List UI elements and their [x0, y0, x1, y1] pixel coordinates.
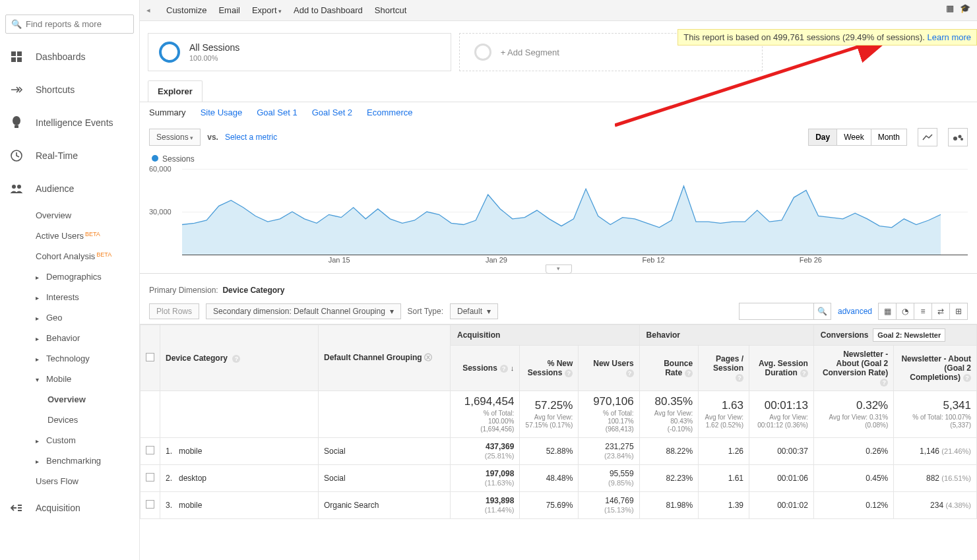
sidebar-item-interests[interactable]: Interests: [36, 287, 139, 307]
sidebar-item-demographics[interactable]: Demographics: [36, 266, 139, 287]
sampling-notice: This report is based on 499,761 sessions…: [678, 29, 977, 46]
topbar-customize[interactable]: Customize: [166, 5, 206, 15]
topbar: ◂ CustomizeEmailExportAdd to DashboardSh…: [140, 0, 977, 21]
sidebar-item-benchmarking[interactable]: Benchmarking: [36, 451, 139, 471]
svg-point-11: [959, 135, 962, 139]
chart-type-line-icon[interactable]: [918, 128, 937, 146]
advanced-filter-link[interactable]: advanced: [838, 307, 872, 316]
nav-acquisition[interactable]: Acquisition: [0, 491, 139, 524]
view-pie-icon[interactable]: ◔: [896, 303, 914, 320]
sort-arrow-icon[interactable]: ↓: [511, 364, 515, 372]
topbar-add-to-dashboard[interactable]: Add to Dashboard: [294, 5, 363, 15]
xtick: Feb 12: [642, 256, 664, 264]
subtab-site-usage[interactable]: Site Usage: [201, 108, 243, 117]
table-row[interactable]: 3. mobileOrganic Search193,898 (11.44%)7…: [141, 492, 977, 519]
main-area: ◂ CustomizeEmailExportAdd to DashboardSh…: [140, 0, 977, 560]
chart-type-motion-icon[interactable]: [948, 128, 968, 146]
legend-dot-icon: [152, 155, 158, 162]
legend-label: Sessions: [162, 154, 195, 164]
nav-shortcuts[interactable]: Shortcuts: [0, 73, 139, 106]
row-checkbox[interactable]: [146, 473, 154, 482]
select-metric-link[interactable]: Select a metric: [225, 133, 277, 142]
nav-audience[interactable]: Audience: [0, 172, 139, 205]
nav-label: Shortcuts: [36, 84, 75, 95]
clock-icon: [9, 148, 24, 163]
chart-area: Sessions 60,00030,000 Jan 15Jan 29Feb 12…: [140, 152, 977, 274]
nav-intelligence-events[interactable]: Intelligence Events: [0, 106, 139, 139]
chart-resize-handle[interactable]: ▾: [546, 264, 572, 274]
secondary-dim-select[interactable]: Secondary dimension: Default Channel Gro…: [206, 303, 401, 319]
svg-point-7: [12, 185, 16, 189]
graduation-icon[interactable]: 🎓: [960, 3, 970, 13]
nav-label: Dashboards: [36, 51, 86, 62]
notice-text: This report is based on 499,761 sessions…: [683, 32, 927, 42]
nav-dashboards[interactable]: Dashboards: [0, 40, 139, 73]
data-table: Device Category ?Default Channel Groupin…: [140, 325, 977, 519]
sidebar-item-active-users[interactable]: Active UsersBETA: [36, 226, 139, 246]
view-pivot-icon[interactable]: ⊞: [949, 303, 968, 320]
subtab-ecommerce[interactable]: Ecommerce: [367, 108, 412, 117]
apps-grid-icon[interactable]: ▦: [946, 3, 953, 13]
svg-rect-2: [11, 57, 16, 62]
segment-ghost-icon: [474, 44, 491, 61]
nav-real-time[interactable]: Real-Time: [0, 139, 139, 172]
view-table-icon[interactable]: ▦: [878, 303, 897, 320]
acquisition-icon: [9, 501, 24, 515]
sessions-chart[interactable]: 60,00030,000: [149, 169, 968, 255]
primary-metric-select[interactable]: Sessions: [149, 129, 201, 146]
time-week[interactable]: Week: [836, 129, 871, 146]
view-performance-icon[interactable]: ≡: [914, 303, 932, 320]
table-view-buttons: ▦ ◔ ≡ ⇄ ⊞: [879, 303, 968, 320]
subtab-goal-set-1[interactable]: Goal Set 1: [257, 108, 297, 117]
search-icon: 🔍: [11, 19, 22, 29]
sort-type-select[interactable]: Default ▾: [450, 303, 498, 319]
search-input[interactable]: [26, 19, 128, 29]
topbar-shortcut[interactable]: Shortcut: [375, 5, 406, 15]
table-row[interactable]: 2. desktopSocial197,098 (11.63%)48.48%95…: [141, 465, 977, 492]
shortcut-icon: [9, 82, 24, 97]
time-month[interactable]: Month: [871, 129, 907, 146]
subtab-summary[interactable]: Summary: [149, 108, 186, 117]
sidebar-item-cohort-analysis[interactable]: Cohort AnalysisBETA: [36, 246, 139, 266]
sidebar-item-users-flow[interactable]: Users Flow: [36, 471, 139, 491]
learn-more-link[interactable]: Learn more: [928, 32, 971, 42]
chart-controls: Sessions vs. Select a metric DayWeekMont…: [140, 123, 977, 152]
primary-dim-value[interactable]: Device Category: [222, 286, 284, 295]
topbar-export[interactable]: Export: [252, 5, 282, 15]
collapse-sidebar-icon[interactable]: ◂: [146, 6, 150, 15]
segment-all-sessions[interactable]: All Sessions 100.00%: [148, 33, 451, 71]
xtick: Jan 29: [486, 256, 507, 264]
audience-icon: [9, 181, 24, 196]
select-all-checkbox[interactable]: [146, 353, 154, 361]
subtabs: SummarySite UsageGoal Set 1Goal Set 2Eco…: [140, 102, 977, 123]
topbar-email[interactable]: Email: [218, 5, 240, 15]
sidebar-item-technology[interactable]: Technology: [36, 348, 139, 369]
segment-subtitle: 100.00%: [189, 54, 239, 62]
nav-label: Real-Time: [36, 150, 78, 161]
segment-title: All Sessions: [189, 42, 239, 53]
view-comparison-icon[interactable]: ⇄: [931, 303, 950, 320]
time-day[interactable]: Day: [808, 129, 837, 146]
sidebar-item-overview[interactable]: Overview: [36, 389, 139, 410]
help-icon[interactable]: ?: [232, 355, 240, 363]
sidebar-item-custom[interactable]: Custom: [36, 430, 139, 451]
remove-dim-icon[interactable]: ⓧ: [424, 353, 432, 362]
explorer-tab-container: Explorer: [148, 80, 977, 102]
goal-select[interactable]: Goal 2: Newsletter: [873, 328, 945, 342]
plot-rows-button[interactable]: Plot Rows: [149, 303, 199, 319]
row-checkbox[interactable]: [146, 446, 154, 454]
table-search[interactable]: 🔍: [739, 303, 831, 320]
svg-point-10: [953, 137, 957, 140]
sidebar-item-behavior[interactable]: Behavior: [36, 328, 139, 348]
subtab-goal-set-2[interactable]: Goal Set 2: [312, 108, 352, 117]
table-row[interactable]: 1. mobileSocial437,369 (25.81%)52.88%231…: [141, 438, 977, 465]
svg-rect-1: [17, 51, 22, 56]
sidebar-item-geo[interactable]: Geo: [36, 307, 139, 328]
explorer-tab[interactable]: Explorer: [148, 80, 203, 102]
sidebar-item-devices[interactable]: Devices: [36, 410, 139, 430]
sidebar-item-mobile[interactable]: Mobile: [36, 369, 139, 389]
search-box[interactable]: 🔍: [5, 15, 134, 34]
row-checkbox[interactable]: [146, 500, 154, 509]
magnify-icon[interactable]: 🔍: [813, 303, 831, 319]
sidebar-item-overview[interactable]: Overview: [36, 205, 139, 226]
